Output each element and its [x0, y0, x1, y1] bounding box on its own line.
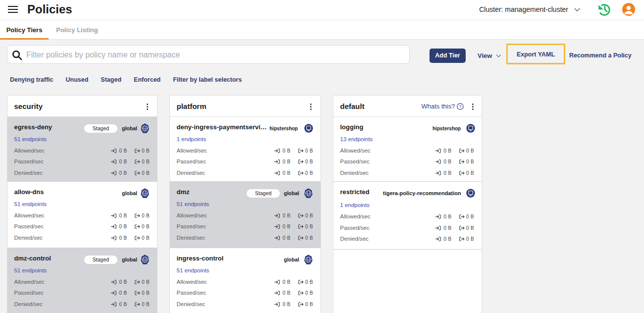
svg-text:?: ? — [459, 104, 461, 109]
